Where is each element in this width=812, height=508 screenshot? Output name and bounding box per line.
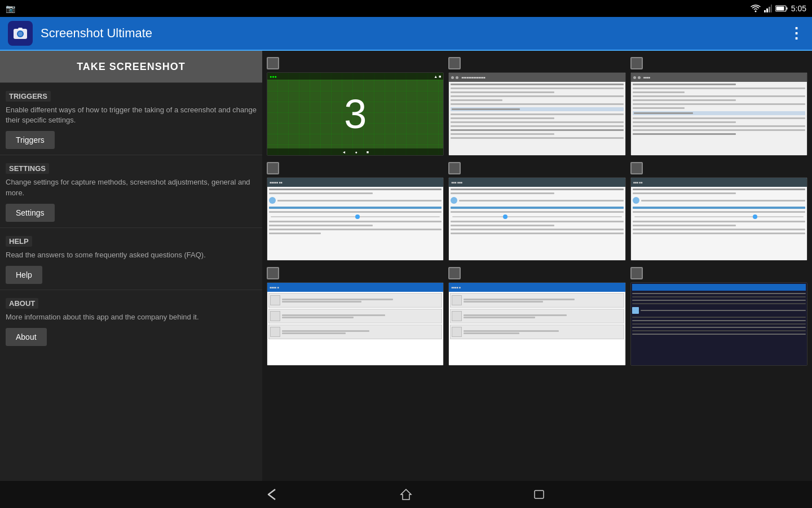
title-bar-left: Screenshot Ultimate xyxy=(8,21,152,46)
svg-rect-12 xyxy=(535,491,544,498)
svg-rect-3 xyxy=(769,7,770,12)
settings-button[interactable]: Settings xyxy=(6,204,55,222)
screenshot-checkbox-9[interactable] xyxy=(630,267,643,279)
grid-row-3: ■■■■ ■ xyxy=(267,265,807,366)
grid-row-2: ■■■■■ ■■ xyxy=(267,160,807,261)
countdown-number: 3 xyxy=(344,91,367,137)
screenshot-checkbox-6[interactable] xyxy=(630,162,643,174)
screenshot-checkbox-8[interactable] xyxy=(448,267,461,279)
battery-icon xyxy=(775,5,788,12)
signal-icon xyxy=(764,5,772,12)
grid-item-6: ■■■ ■■ xyxy=(630,160,807,261)
svg-rect-11 xyxy=(18,28,23,30)
screenshot-checkbox-1[interactable] xyxy=(267,57,279,69)
svg-point-0 xyxy=(754,11,756,12)
help-title: HELP xyxy=(6,236,32,247)
screenshot-thumb-3[interactable]: ■■■■ xyxy=(630,72,807,156)
grid-item-8: ■■■■ ■ xyxy=(448,265,625,366)
grid-item-9 xyxy=(630,265,807,366)
time-display: 5:05 xyxy=(791,4,806,13)
screenshot-thumb-9[interactable] xyxy=(630,282,807,366)
svg-rect-2 xyxy=(766,8,768,12)
grid-item-4: ■■■■■ ■■ xyxy=(267,160,444,261)
settings-description: Change settings for capture methods, scr… xyxy=(6,177,257,198)
settings-title: SETTINGS xyxy=(6,163,49,174)
grid-item-7: ■■■■ ■ xyxy=(267,265,444,366)
screenshot-checkbox-7[interactable] xyxy=(267,267,279,279)
about-section: ABOUT More information about this app an… xyxy=(0,290,262,352)
triggers-button[interactable]: Triggers xyxy=(6,131,55,149)
about-description: More information about this app and the … xyxy=(6,312,257,322)
svg-point-10 xyxy=(18,32,23,36)
status-bar: 📷 5:05 xyxy=(0,0,812,17)
svg-rect-1 xyxy=(764,10,766,12)
title-bar: Screenshot Ultimate ⋮ xyxy=(0,17,812,51)
overflow-menu-button[interactable]: ⋮ xyxy=(789,25,804,42)
main-content: TAKE SCREENSHOT TRIGGERS Enable differen… xyxy=(0,51,812,481)
recents-button[interactable] xyxy=(529,484,549,505)
triggers-title: TRIGGERS xyxy=(6,91,51,102)
left-panel: TAKE SCREENSHOT TRIGGERS Enable differen… xyxy=(0,51,262,481)
settings-section: SETTINGS Change settings for capture met… xyxy=(0,155,262,227)
screenshot-thumb-7[interactable]: ■■■■ ■ xyxy=(267,282,444,366)
take-screenshot-button[interactable]: TAKE SCREENSHOT xyxy=(0,51,262,82)
screenshot-thumb-8[interactable]: ■■■■ ■ xyxy=(448,282,625,366)
grid-item-2: ■■■■■■■■■■■■■■ xyxy=(448,55,625,156)
screenshot-thumb-6[interactable]: ■■■ ■■ xyxy=(630,177,807,261)
screenshot-checkbox-5[interactable] xyxy=(448,162,461,174)
svg-rect-4 xyxy=(771,5,772,12)
help-section: HELP Read the answers to some frequently… xyxy=(0,227,262,290)
screenshot-thumb-2[interactable]: ■■■■■■■■■■■■■■ xyxy=(448,72,625,156)
help-button[interactable]: Help xyxy=(6,266,42,284)
wifi-icon xyxy=(751,5,761,12)
screenshot-checkbox-2[interactable] xyxy=(448,57,461,69)
screenshot-thumb-5[interactable]: ■■■ ■■■ xyxy=(448,177,625,261)
home-button[interactable] xyxy=(396,484,416,505)
status-bar-right: 5:05 xyxy=(751,4,806,13)
grid-item-3: ■■■■ xyxy=(630,55,807,156)
bottom-navigation-bar xyxy=(0,481,812,508)
svg-rect-6 xyxy=(786,7,787,10)
camera-status-icon: 📷 xyxy=(6,4,15,13)
triggers-description: Enable different ways of how to trigger … xyxy=(6,105,257,125)
svg-rect-7 xyxy=(776,7,784,11)
grid-item-1: 3 ●●● ▲ ■ ◄ ● ■ xyxy=(267,55,444,156)
grid-item-5: ■■■ ■■■ xyxy=(448,160,625,261)
help-description: Read the answers to some frequently aske… xyxy=(6,250,257,260)
screenshot-checkbox-4[interactable] xyxy=(267,162,279,174)
screenshot-checkbox-3[interactable] xyxy=(630,57,643,69)
app-icon xyxy=(8,21,33,46)
about-button[interactable]: About xyxy=(6,328,47,346)
screenshot-thumb-1[interactable]: 3 ●●● ▲ ■ ◄ ● ■ xyxy=(267,72,444,156)
back-button[interactable] xyxy=(263,484,283,505)
screenshot-grid[interactable]: 3 ●●● ▲ ■ ◄ ● ■ xyxy=(262,51,812,481)
status-bar-left: 📷 xyxy=(6,4,15,13)
about-title: ABOUT xyxy=(6,298,38,309)
app-title: Screenshot Ultimate xyxy=(41,26,152,41)
triggers-section: TRIGGERS Enable different ways of how to… xyxy=(0,82,262,155)
screenshot-thumb-4[interactable]: ■■■■■ ■■ xyxy=(267,177,444,261)
grid-row-1: 3 ●●● ▲ ■ ◄ ● ■ xyxy=(267,55,807,156)
